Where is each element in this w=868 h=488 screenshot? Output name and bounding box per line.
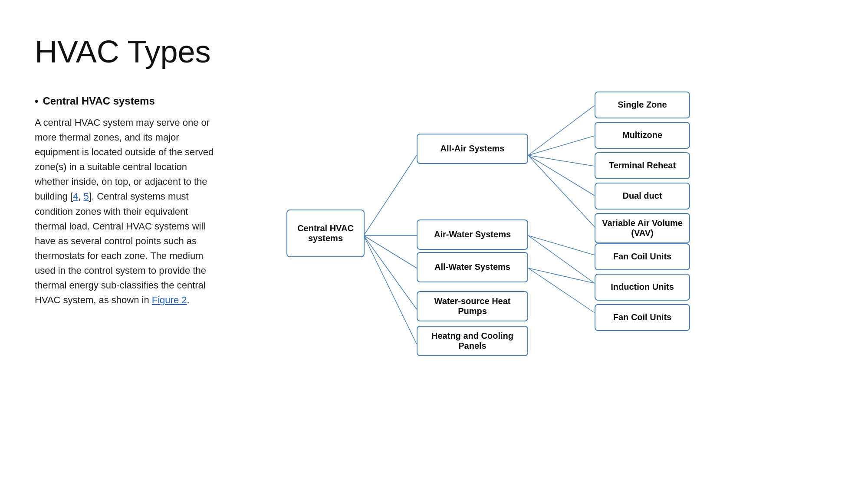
svg-line-7 (528, 155, 595, 166)
box-heating-cooling: Heatng and Cooling Panels (417, 326, 528, 356)
box-all-water: All-Water Systems (417, 252, 528, 282)
box-single-zone: Single Zone (595, 92, 690, 118)
svg-line-5 (528, 105, 595, 155)
svg-line-4 (364, 236, 417, 344)
box-multizone: Multizone (595, 122, 690, 149)
svg-line-8 (528, 155, 595, 196)
right-panel: Central HVAC systems All-Air Systems Air… (243, 0, 868, 488)
box-terminal-reheat: Terminal Reheat (595, 152, 690, 179)
svg-line-13 (528, 268, 595, 313)
left-panel: HVAC Types • Central HVAC systems A cent… (0, 0, 243, 488)
box-dual-duct: Dual duct (595, 183, 690, 210)
box-fan-coil-air-water: Fan Coil Units (595, 243, 690, 270)
link-figure2[interactable]: Figure 2 (152, 295, 187, 305)
svg-line-10 (528, 236, 595, 255)
svg-line-0 (364, 155, 417, 236)
svg-line-11 (528, 236, 595, 283)
box-water-source: Water-source Heat Pumps (417, 291, 528, 321)
bullet-heading: • Central HVAC systems (35, 95, 217, 108)
link-4[interactable]: 4 (73, 191, 78, 202)
bullet-heading-text: Central HVAC systems (43, 95, 155, 107)
svg-line-12 (528, 268, 595, 283)
svg-line-2 (364, 236, 417, 268)
box-all-air: All-Air Systems (417, 134, 528, 164)
box-induction: Induction Units (595, 274, 690, 301)
svg-line-3 (364, 236, 417, 309)
svg-line-9 (528, 155, 595, 227)
box-air-water: Air-Water Systems (417, 219, 528, 250)
bullet-dot: • (35, 95, 38, 108)
body-text: A central HVAC system may serve one or m… (35, 115, 217, 308)
box-fan-coil-all-water: Fan Coil Units (595, 304, 690, 331)
link-5[interactable]: 5 (84, 191, 89, 202)
box-central-hvac: Central HVAC systems (286, 210, 365, 257)
box-vav: Variable Air Volume (VAV) (595, 213, 690, 243)
diagram: Central HVAC systems All-Air Systems Air… (265, 49, 829, 439)
page-title: HVAC Types (35, 35, 217, 69)
svg-line-6 (528, 136, 595, 155)
